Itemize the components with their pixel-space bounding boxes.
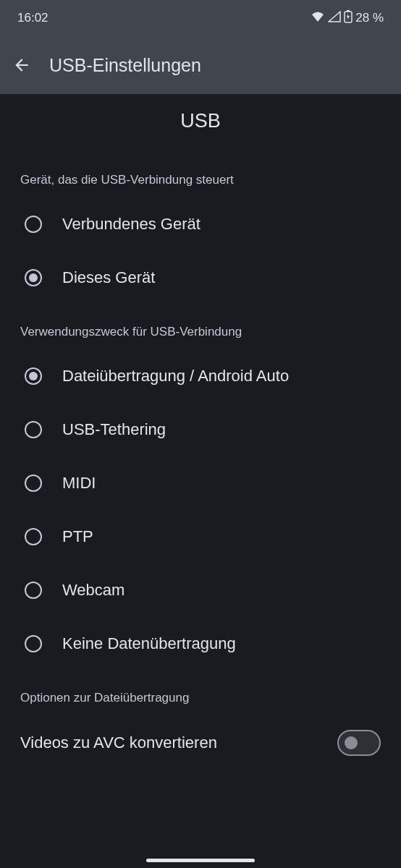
radio-label: MIDI <box>62 474 96 493</box>
radio-icon <box>25 421 42 438</box>
toggle-switch[interactable] <box>337 730 381 756</box>
radio-this-device[interactable]: Dieses Gerät <box>0 251 401 305</box>
radio-label: Verbundenes Gerät <box>62 215 200 234</box>
content: USB Gerät, das die USB-Verbindung steuer… <box>0 94 401 770</box>
back-button[interactable] <box>12 55 32 75</box>
status-right: 28 % <box>311 10 384 27</box>
section-title-purpose: Verwendungszweck für USB-Verbindung <box>0 305 401 349</box>
status-bar: 16:02 28 % <box>0 0 401 36</box>
battery-percent: 28 % <box>355 11 384 25</box>
radio-label: Keine Datenübertragung <box>62 634 236 653</box>
status-time: 16:02 <box>17 11 48 25</box>
radio-icon <box>25 269 42 286</box>
svg-rect-1 <box>347 10 350 12</box>
radio-icon <box>25 216 42 233</box>
radio-ptp[interactable]: PTP <box>0 510 401 563</box>
radio-label: PTP <box>62 527 93 546</box>
app-bar: USB-Einstellungen <box>0 36 401 94</box>
radio-tethering[interactable]: USB-Tethering <box>0 403 401 456</box>
radio-label: USB-Tethering <box>62 420 166 439</box>
signal-icon <box>328 11 341 26</box>
radio-label: Dateiübertragung / Android Auto <box>62 367 289 386</box>
wifi-icon <box>311 11 325 26</box>
section-title-file-options: Optionen zur Dateiübertragung <box>0 671 401 715</box>
toggle-knob <box>345 736 358 749</box>
toggle-label: Videos zu AVC konvertieren <box>20 733 217 752</box>
section-title-controller: Gerät, das die USB-Verbindung steuert <box>0 160 401 197</box>
radio-connected-device[interactable]: Verbundenes Gerät <box>0 197 401 251</box>
radio-webcam[interactable]: Webcam <box>0 563 401 617</box>
battery-icon <box>344 10 353 27</box>
radio-midi[interactable]: MIDI <box>0 456 401 510</box>
radio-label: Webcam <box>62 581 124 600</box>
radio-icon <box>25 528 42 545</box>
radio-file-transfer[interactable]: Dateiübertragung / Android Auto <box>0 349 401 403</box>
radio-icon <box>25 635 42 652</box>
nav-indicator[interactable] <box>146 859 255 862</box>
usb-header: USB <box>0 94 401 160</box>
radio-label: Dieses Gerät <box>62 268 155 287</box>
page-title: USB-Einstellungen <box>49 55 201 76</box>
radio-icon <box>25 582 42 599</box>
radio-no-data[interactable]: Keine Datenübertragung <box>0 617 401 671</box>
arrow-left-icon <box>12 56 31 75</box>
radio-icon <box>25 475 42 492</box>
radio-icon <box>25 367 42 385</box>
toggle-avc[interactable]: Videos zu AVC konvertieren <box>0 715 401 770</box>
